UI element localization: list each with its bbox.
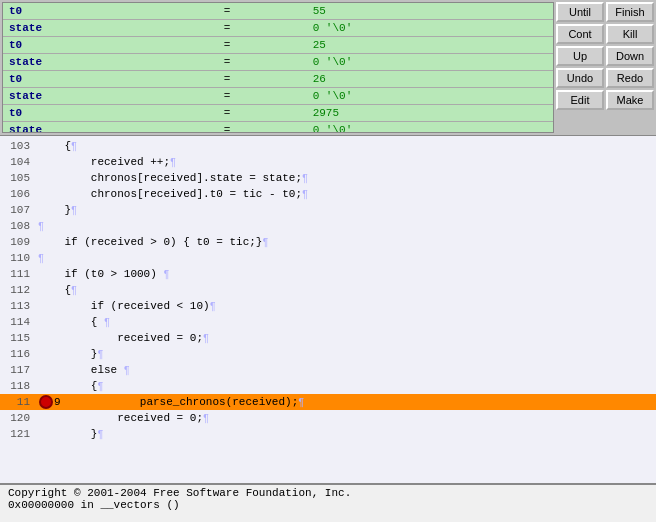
button-row-5: Edit Make <box>556 90 654 110</box>
code-line-119: 11 9 parse_chronos(received);¶ <box>0 394 656 410</box>
code-line-105: 105 chronos[received].state = state;¶ <box>0 170 656 186</box>
var-row-2b: state = 0 '\0' <box>3 54 553 71</box>
code-editor: 103 {¶ 104 received ++;¶ 105 chronos[rec… <box>0 135 656 484</box>
code-line-116: 116 }¶ <box>0 346 656 362</box>
variable-display: t0 = 55 state = 0 '\0' t0 = 25 state = <box>2 2 554 133</box>
button-row-4: Undo Redo <box>556 68 654 88</box>
var-row-3b: state = 0 '\0' <box>3 88 553 105</box>
var-row-1b: state = 0 '\0' <box>3 20 553 37</box>
kill-button[interactable]: Kill <box>606 24 654 44</box>
make-button[interactable]: Make <box>606 90 654 110</box>
var-row-3: t0 = 26 <box>3 71 553 88</box>
down-button[interactable]: Down <box>606 46 654 66</box>
button-row-3: Up Down <box>556 46 654 66</box>
code-line-109: 109 if (received > 0) { t0 = tic;}¶ <box>0 234 656 250</box>
var-eq-1: = <box>218 3 307 20</box>
var-row-1: t0 = 55 <box>3 3 553 20</box>
var-subname-1: state <box>3 20 218 37</box>
top-panel: t0 = 55 state = 0 '\0' t0 = 25 state = <box>0 0 656 135</box>
button-row-2: Cont Kill <box>556 24 654 44</box>
undo-button[interactable]: Undo <box>556 68 604 88</box>
code-line-106: 106 chronos[received].t0 = tic - t0;¶ <box>0 186 656 202</box>
button-row-1: Until Finish <box>556 2 654 22</box>
code-line-104: 104 received ++;¶ <box>0 154 656 170</box>
up-button[interactable]: Up <box>556 46 604 66</box>
code-line-115: 115 received = 0;¶ <box>0 330 656 346</box>
code-line-107: 107 }¶ <box>0 202 656 218</box>
var-row-2: t0 = 25 <box>3 37 553 54</box>
code-line-108: 108 ¶ <box>0 218 656 234</box>
var-row-4: t0 = 2975 <box>3 105 553 122</box>
code-line-103: 103 {¶ <box>0 138 656 154</box>
until-button[interactable]: Until <box>556 2 604 22</box>
code-line-120: 120 received = 0;¶ <box>0 410 656 426</box>
code-line-112: 112 {¶ <box>0 282 656 298</box>
variable-table: t0 = 55 state = 0 '\0' t0 = 25 state = <box>3 3 553 133</box>
var-row-4b: state = 0 '\0' <box>3 122 553 134</box>
code-line-117: 117 else ¶ <box>0 362 656 378</box>
cont-button[interactable]: Cont <box>556 24 604 44</box>
button-panel: Until Finish Cont Kill Up Down Undo Redo… <box>554 0 656 135</box>
code-line-121: 121 }¶ <box>0 426 656 442</box>
code-line-110: 110 ¶ <box>0 250 656 266</box>
status-line-1: Copyright © 2001-2004 Free Software Foun… <box>8 487 648 499</box>
code-line-113: 113 if (received < 10)¶ <box>0 298 656 314</box>
finish-button[interactable]: Finish <box>606 2 654 22</box>
code-line-111: 111 if (t0 > 1000) ¶ <box>0 266 656 282</box>
status-bar: Copyright © 2001-2004 Free Software Foun… <box>0 484 656 522</box>
status-line-2: 0x00000000 in __vectors () <box>8 499 648 511</box>
edit-button[interactable]: Edit <box>556 90 604 110</box>
code-line-114: 114 { ¶ <box>0 314 656 330</box>
var-value-1: 55 <box>307 3 553 20</box>
code-line-118: 118 {¶ <box>0 378 656 394</box>
var-name-1: t0 <box>3 3 218 20</box>
redo-button[interactable]: Redo <box>606 68 654 88</box>
breakpoint-marker <box>39 395 53 409</box>
code-lines: 103 {¶ 104 received ++;¶ 105 chronos[rec… <box>0 136 656 483</box>
